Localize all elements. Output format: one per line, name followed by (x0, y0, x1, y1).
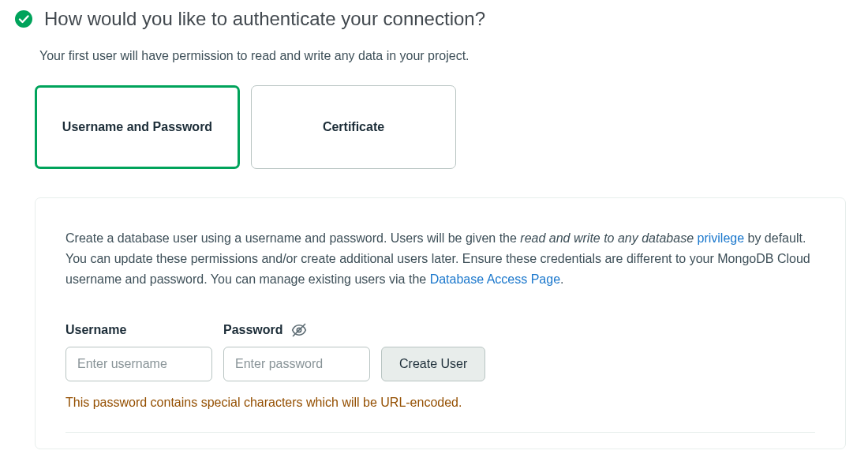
desc-text-1: Create a database user using a username … (65, 231, 520, 245)
tab-certificate[interactable]: Certificate (251, 85, 456, 169)
auth-details-card: Create a database user using a username … (35, 197, 846, 449)
auth-description: Create a database user using a username … (65, 228, 815, 290)
svg-point-0 (15, 10, 32, 28)
password-warning: This password contains special character… (65, 396, 815, 410)
desc-italic: read and write to any database (520, 231, 697, 245)
eye-off-icon[interactable] (291, 322, 307, 338)
section-title: How would you like to authenticate your … (44, 8, 485, 30)
username-input[interactable] (65, 347, 212, 381)
divider (65, 432, 815, 433)
password-input[interactable] (223, 347, 370, 381)
privilege-link[interactable]: privilege (697, 231, 744, 245)
create-user-button[interactable]: Create User (381, 347, 485, 381)
tab-username-password[interactable]: Username and Password (35, 85, 240, 169)
database-access-link[interactable]: Database Access Page (430, 272, 560, 286)
section-subtitle: Your first user will have permission to … (39, 49, 854, 63)
auth-method-tabs: Username and Password Certificate (35, 85, 854, 169)
check-circle-icon (14, 9, 33, 28)
desc-text-3: . (560, 272, 563, 286)
username-label: Username (65, 323, 126, 337)
password-label: Password (223, 323, 283, 337)
